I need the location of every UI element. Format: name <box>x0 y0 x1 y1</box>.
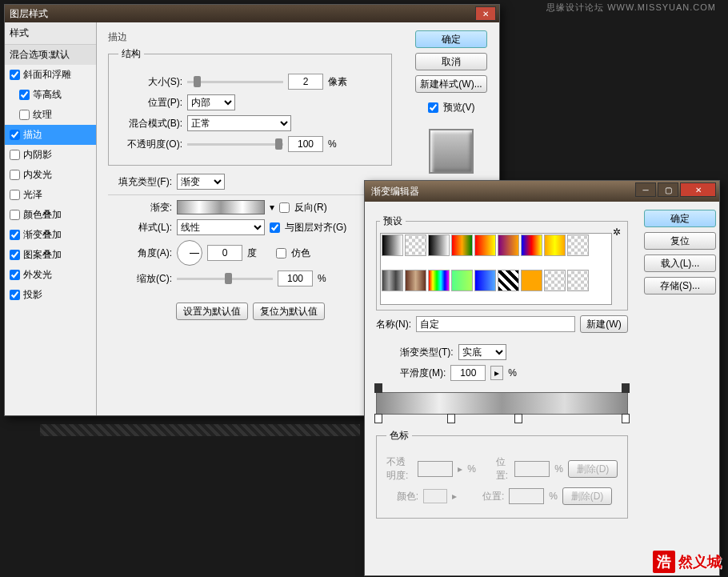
save-button[interactable]: 存储(S)... <box>644 277 716 295</box>
opacity-input[interactable] <box>288 136 323 152</box>
angle-dial[interactable] <box>177 240 202 266</box>
style-item-9[interactable]: 图案叠加 <box>5 245 96 265</box>
preset-swatch[interactable] <box>544 270 566 291</box>
opacity-stop[interactable] <box>374 383 382 393</box>
gradstyle-select[interactable]: 线性 <box>177 219 265 235</box>
titlebar[interactable]: 渐变编辑器 ─ ▢ ✕ <box>365 181 719 202</box>
opacity-slider[interactable] <box>187 143 283 146</box>
align-checkbox[interactable] <box>270 222 280 233</box>
preset-swatch[interactable] <box>451 270 473 291</box>
style-item-7[interactable]: 颜色叠加 <box>5 205 96 225</box>
color-stop[interactable] <box>374 414 382 423</box>
preview-checkbox[interactable] <box>428 102 438 113</box>
style-item-10[interactable]: 外发光 <box>5 265 96 285</box>
minimize-icon[interactable]: ─ <box>635 182 656 197</box>
size-slider[interactable] <box>187 81 283 83</box>
structure-group: 结构 大小(S): 像素 位置(P): 内部 混合模式(B): 正常 不透明度(… <box>108 47 392 166</box>
style-item-2[interactable]: 纹理 <box>5 105 96 125</box>
style-item-11[interactable]: 投影 <box>5 285 96 305</box>
ok-button[interactable]: 确定 <box>415 30 487 48</box>
gradient-dropdown-icon[interactable]: ▾ <box>270 202 274 213</box>
smooth-input[interactable] <box>450 365 486 381</box>
preset-swatch[interactable] <box>451 234 473 256</box>
style-checkbox[interactable] <box>10 230 20 240</box>
preset-swatch[interactable] <box>474 234 496 256</box>
filltype-select[interactable]: 渐变 <box>177 174 225 190</box>
style-item-0[interactable]: 斜面和浮雕 <box>5 65 96 85</box>
style-label: 图案叠加 <box>23 248 62 262</box>
gradient-label: 渐变: <box>108 201 172 214</box>
style-item-1[interactable]: 等高线 <box>5 85 96 105</box>
preset-swatch[interactable] <box>498 234 519 256</box>
preset-swatch[interactable] <box>474 270 496 291</box>
style-checkbox[interactable] <box>19 110 30 120</box>
preset-swatch[interactable] <box>567 270 589 291</box>
new-style-button[interactable]: 新建样式(W)... <box>415 75 487 93</box>
color-stop[interactable] <box>514 414 522 423</box>
gradient-picker[interactable] <box>177 200 265 214</box>
loc-label: 位置: <box>496 455 510 483</box>
preset-swatch[interactable] <box>428 270 450 291</box>
style-checkbox[interactable] <box>10 150 20 160</box>
style-item-5[interactable]: 内发光 <box>5 165 96 185</box>
gtype-select[interactable]: 实底 <box>458 344 506 360</box>
style-checkbox[interactable] <box>10 210 20 220</box>
preset-grid[interactable] <box>380 233 612 305</box>
scale-input[interactable] <box>278 270 313 286</box>
preset-swatch[interactable] <box>498 270 519 291</box>
preset-swatch[interactable] <box>405 234 426 256</box>
maximize-icon[interactable]: ▢ <box>658 182 678 197</box>
blend-options-row[interactable]: 混合选项:默认 <box>5 45 96 65</box>
reset-button[interactable]: 复位 <box>644 232 716 250</box>
size-input[interactable] <box>288 74 323 90</box>
style-item-4[interactable]: 内阴影 <box>5 145 96 165</box>
color-stop[interactable] <box>447 414 455 423</box>
dither-checkbox[interactable] <box>276 248 286 258</box>
new-button[interactable]: 新建(W) <box>580 315 628 333</box>
watermark-top: 思缘设计论坛 WWW.MISSYUAN.COM <box>546 2 716 14</box>
preset-swatch[interactable] <box>521 234 542 256</box>
gradient-bar[interactable] <box>376 392 628 415</box>
preset-swatch[interactable] <box>428 234 450 256</box>
ok-button[interactable]: 确定 <box>644 210 716 227</box>
preset-swatch[interactable] <box>521 270 542 291</box>
titlebar[interactable]: 图层样式 ✕ <box>5 5 499 22</box>
style-checkbox[interactable] <box>10 130 20 140</box>
style-checkbox[interactable] <box>10 70 20 80</box>
gear-icon[interactable]: ✲ <box>613 226 621 238</box>
dialog-title: 图层样式 <box>10 7 48 21</box>
preset-swatch[interactable] <box>405 270 426 291</box>
close-icon[interactable]: ✕ <box>475 6 496 21</box>
style-checkbox[interactable] <box>10 270 20 280</box>
delete-button: 删除(D) <box>562 487 612 505</box>
style-checkbox[interactable] <box>10 250 20 260</box>
angle-input[interactable] <box>207 245 242 261</box>
scale-slider[interactable] <box>177 278 273 280</box>
opacity-stop[interactable] <box>622 383 630 393</box>
reverse-checkbox[interactable] <box>279 202 290 213</box>
close-icon[interactable]: ✕ <box>680 182 716 197</box>
style-checkbox[interactable] <box>19 90 30 100</box>
preset-swatch[interactable] <box>382 234 403 256</box>
pct-label: % <box>549 491 558 502</box>
preset-swatch[interactable] <box>567 234 589 256</box>
size-label: 大小(S): <box>118 75 182 89</box>
style-checkbox[interactable] <box>10 290 20 300</box>
style-checkbox[interactable] <box>10 170 20 180</box>
style-item-8[interactable]: 渐变叠加 <box>5 225 96 245</box>
color-stop[interactable] <box>622 414 630 423</box>
make-default-button[interactable]: 设置为默认值 <box>176 303 248 320</box>
style-checkbox[interactable] <box>10 190 20 200</box>
stops-group: 色标 不透明度: ▸ % 位置: % 删除(D) 颜色: ▸ <box>376 429 628 519</box>
reset-default-button[interactable]: 复位为默认值 <box>253 303 325 320</box>
name-input[interactable] <box>416 316 575 332</box>
position-select[interactable]: 内部 <box>187 94 235 110</box>
preset-swatch[interactable] <box>382 270 403 291</box>
preset-swatch[interactable] <box>544 234 566 256</box>
style-item-6[interactable]: 光泽 <box>5 185 96 205</box>
load-button[interactable]: 载入(L)... <box>644 254 716 272</box>
style-item-3[interactable]: 描边 <box>5 125 96 145</box>
cancel-button[interactable]: 取消 <box>415 53 487 70</box>
smooth-dropdown-icon[interactable]: ▸ <box>490 366 503 380</box>
blendmode-select[interactable]: 正常 <box>187 115 291 131</box>
